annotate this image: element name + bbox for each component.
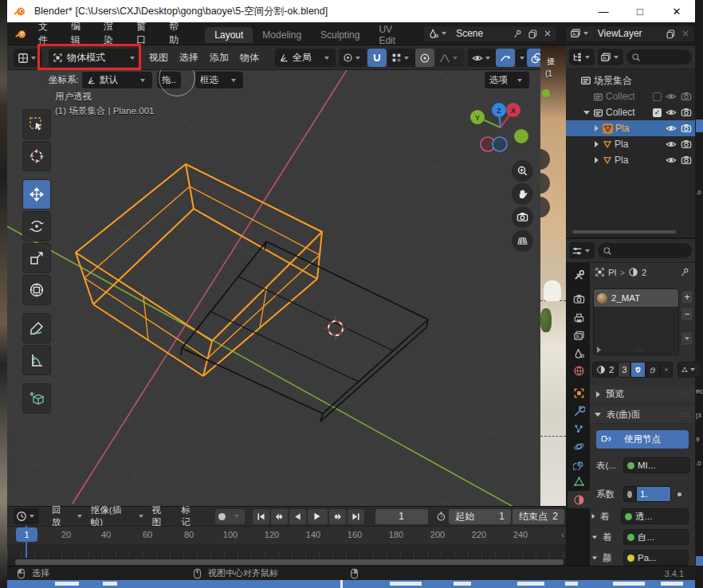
minimize-button[interactable]: —: [585, 0, 622, 22]
list-filter-toggle[interactable]: [597, 347, 601, 353]
camera-icon[interactable]: [681, 155, 692, 166]
close-button[interactable]: ✕: [658, 0, 695, 22]
tool-measure[interactable]: [22, 345, 51, 375]
falloff-dropdown[interactable]: [435, 49, 464, 67]
menu-view[interactable]: 视图: [146, 504, 175, 528]
tab-object-data[interactable]: [568, 472, 590, 490]
camera-icon[interactable]: [681, 139, 692, 150]
exclude-checkbox[interactable]: [653, 92, 662, 101]
eye-icon[interactable]: [666, 107, 677, 118]
gizmos-toggle[interactable]: [496, 49, 515, 67]
tab-scene[interactable]: [568, 344, 590, 362]
secondary-viewport-strip[interactable]: 摄 (1: [540, 45, 566, 506]
tool-add-cube[interactable]: [22, 383, 51, 414]
snap-settings-dropdown[interactable]: [387, 49, 415, 67]
panel-drag-grip[interactable]: ::::: [680, 390, 690, 398]
menu-marker[interactable]: 标记: [175, 504, 204, 528]
play-reverse-button[interactable]: [289, 509, 306, 524]
blender-menu-icon[interactable]: [15, 27, 27, 41]
orientation-dropdown[interactable]: 全局: [275, 49, 336, 67]
tab-particles[interactable]: [568, 420, 590, 437]
menu-window[interactable]: 窗口: [128, 20, 161, 47]
camera-view-button[interactable]: [512, 206, 533, 228]
material-browse-field[interactable]: 2: [592, 362, 618, 378]
pin-icon[interactable]: [510, 29, 525, 39]
prev-keyframe-button[interactable]: [271, 509, 288, 524]
menu-playback[interactable]: 回放: [45, 504, 75, 528]
viewlayer-name[interactable]: ViewLayer: [593, 28, 663, 39]
3d-viewport[interactable]: Z X Y 坐标系: 默认 拖.. 框选 选项 用户透视 (1) 场景集合 | …: [7, 70, 540, 506]
tool-select-box[interactable]: [22, 109, 51, 139]
link-material-dropdown[interactable]: [677, 362, 701, 378]
pivot-dropdown[interactable]: [339, 49, 367, 67]
camera-icon[interactable]: [681, 123, 692, 134]
proportional-edit-toggle[interactable]: [415, 49, 434, 67]
viewlayer-browse-button[interactable]: [568, 28, 593, 39]
eye-icon[interactable]: [666, 155, 677, 166]
add-material-slot-button[interactable]: +: [681, 290, 693, 304]
workspace-tab-uvedit[interactable]: UV Edit: [369, 22, 417, 49]
maximize-button[interactable]: □: [622, 0, 658, 22]
tool-annotate[interactable]: [22, 313, 51, 343]
panel-surface[interactable]: 表(曲)面 ::::: [590, 406, 695, 424]
collapse-icon[interactable]: [592, 556, 597, 559]
tool-scale[interactable]: [22, 243, 51, 273]
breadcrumb-object[interactable]: Pl: [608, 268, 616, 277]
expand-icon[interactable]: [595, 157, 599, 163]
visibility-dropdown[interactable]: [468, 49, 497, 67]
remove-material-slot-button[interactable]: −: [681, 307, 693, 321]
fake-user-toggle[interactable]: [630, 362, 646, 378]
menu-edit[interactable]: 编辑: [63, 20, 96, 47]
outliner-editor-type-button[interactable]: [569, 49, 595, 65]
factor-socket-button[interactable]: [623, 486, 636, 502]
region-collapse-arrow[interactable]: ‹: [561, 530, 564, 539]
outliner-search[interactable]: [626, 49, 692, 65]
tool-rotate[interactable]: [22, 211, 51, 241]
tool-cursor[interactable]: [22, 141, 51, 171]
shader1-dropdown[interactable]: 透...: [621, 508, 689, 524]
jump-start-button[interactable]: [253, 509, 269, 524]
expand-icon[interactable]: [595, 141, 599, 147]
timeline-track[interactable]: [7, 544, 566, 558]
menu-help[interactable]: 帮助: [161, 20, 194, 47]
expand-icon[interactable]: [583, 111, 590, 115]
workspace-tab-layout[interactable]: Layout: [205, 27, 253, 43]
auto-keying-button[interactable]: [215, 509, 245, 524]
shader2-dropdown[interactable]: 自...: [623, 529, 689, 545]
tab-modifiers[interactable]: [568, 402, 590, 420]
play-button[interactable]: [308, 509, 327, 524]
orthographic-toggle-button[interactable]: [512, 230, 533, 252]
menu-add[interactable]: 添加: [210, 49, 229, 67]
tab-render[interactable]: [568, 290, 590, 308]
scrollbar-handle[interactable]: [15, 559, 564, 565]
coordinate-system-dropdown[interactable]: 默认: [82, 72, 152, 88]
unlink-scene-icon[interactable]: [540, 29, 555, 38]
camera-icon[interactable]: [681, 91, 692, 102]
current-frame-field[interactable]: 1: [375, 509, 428, 524]
snap-toggle[interactable]: [367, 49, 387, 67]
properties-search[interactable]: [598, 243, 692, 258]
new-scene-icon[interactable]: [525, 29, 540, 39]
new-viewlayer-icon[interactable]: [663, 29, 678, 39]
outliner-row-scene-collection[interactable]: 场景集合: [566, 73, 695, 88]
current-frame-marker[interactable]: 1: [16, 527, 37, 542]
list-resize-grip[interactable]: ::::: [634, 346, 644, 353]
zoom-button[interactable]: [512, 160, 533, 182]
frame-end-field[interactable]: 结束点2: [513, 509, 564, 524]
menu-object[interactable]: 物体: [240, 49, 259, 67]
remove-viewlayer-icon[interactable]: [678, 29, 693, 38]
outliner-row-collection[interactable]: Collect ✓: [566, 104, 695, 120]
panel-drag-grip[interactable]: ::::: [680, 411, 690, 418]
outliner-row-object[interactable]: Pla: [566, 136, 695, 152]
frame-start-field[interactable]: 起始1: [449, 509, 511, 524]
material-specials-button[interactable]: [681, 331, 693, 346]
surface-shader-dropdown[interactable]: MI...: [623, 457, 690, 473]
scene-browse-button[interactable]: [426, 28, 451, 39]
timeline-ruler[interactable]: 20 40 60 80 100 120 140 160 180 200 220 …: [7, 526, 566, 544]
exclude-checkbox[interactable]: ✓: [653, 108, 662, 117]
pin-icon[interactable]: [680, 267, 690, 277]
timeline-editor-type-button[interactable]: [14, 508, 39, 524]
expand-icon[interactable]: [595, 125, 599, 131]
editor-type-button[interactable]: [14, 49, 42, 67]
menu-select[interactable]: 选择: [179, 49, 198, 67]
